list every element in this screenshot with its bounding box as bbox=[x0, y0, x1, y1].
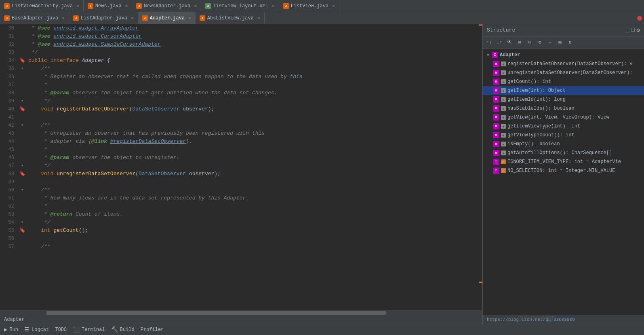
method-icon: m bbox=[493, 96, 499, 103]
sort-button[interactable]: ⇅ bbox=[566, 38, 575, 47]
tab-close-icon[interactable]: ✕ bbox=[188, 15, 191, 21]
tab-abs-list-view[interactable]: J AbsListView.java ✕ bbox=[196, 12, 265, 24]
line-content: */ bbox=[26, 97, 482, 105]
profiler-button[interactable]: Profiler bbox=[141, 327, 164, 333]
navigate-button[interactable]: → bbox=[545, 38, 554, 47]
code-line: 41 bbox=[0, 113, 482, 121]
structure-tree[interactable]: ▼ I Adapter m ◆ registerDataSetObserver(… bbox=[483, 49, 644, 315]
tab-listview-layout[interactable]: X listview_layout.xml ✕ bbox=[201, 0, 279, 12]
tab-close-icon[interactable]: ✕ bbox=[62, 15, 65, 21]
tree-item-hasstableids[interactable]: m ◆ hasStableIds(): boolean bbox=[483, 104, 644, 113]
tab-close-icon[interactable]: ✕ bbox=[194, 3, 197, 8]
line-number: 38 bbox=[0, 89, 18, 97]
sort-alpha-asc-button[interactable]: ↑↓ bbox=[485, 38, 494, 47]
tree-item-getitem[interactable]: m ◆ getItem(int): Object bbox=[483, 86, 644, 95]
bookmark-icon: 🔖 bbox=[19, 227, 25, 235]
toggle-visibility-button[interactable]: 👁 bbox=[505, 38, 514, 47]
tab-close-icon[interactable]: ✕ bbox=[131, 15, 134, 21]
minimize-icon[interactable]: _ bbox=[626, 27, 629, 34]
line-number: 37 bbox=[0, 81, 18, 89]
collapse-all-button[interactable]: ⊟ bbox=[525, 38, 534, 47]
method-icon: m bbox=[493, 123, 499, 129]
decorator-icon: ◆ bbox=[501, 70, 506, 75]
line-number: 50 bbox=[0, 186, 18, 194]
tab-adapter[interactable]: J Adapter.java ✕ bbox=[138, 12, 196, 24]
line-number: 31 bbox=[0, 32, 18, 40]
tab-close-icon[interactable]: ✕ bbox=[76, 3, 79, 8]
fold-icon[interactable]: ▾ bbox=[21, 186, 23, 194]
scroll-thumb[interactable] bbox=[46, 311, 386, 315]
interface-icon: I bbox=[492, 52, 498, 58]
tree-item-getautofill[interactable]: m ◆ getAutofillOptions(): CharSequence[] bbox=[483, 148, 644, 157]
file-label: Adapter bbox=[4, 317, 24, 322]
line-gutter: ▾ bbox=[18, 162, 26, 170]
expand-all-button[interactable]: ⊞ bbox=[515, 38, 524, 47]
line-content: * Register an observer that is called wh… bbox=[26, 73, 482, 81]
run-icon: ▶ bbox=[4, 326, 7, 333]
tree-item-getviewtypecount[interactable]: m ◆ getViewTypeCount(): int bbox=[483, 131, 644, 140]
todo-button[interactable]: TODO bbox=[55, 327, 67, 333]
tab-close-icon[interactable]: ✕ bbox=[332, 3, 335, 8]
group-button[interactable]: ▤ bbox=[556, 38, 564, 47]
line-content: /** bbox=[26, 243, 482, 251]
tab-label: Adapter.java bbox=[150, 15, 185, 21]
file-label-bar: Adapter bbox=[0, 315, 482, 324]
tab-label: News.java bbox=[95, 3, 122, 9]
logcat-button[interactable]: ☰ Logcat bbox=[24, 326, 49, 333]
decorator-icon: ◆ bbox=[501, 142, 506, 146]
decorator-icon: ◆ bbox=[501, 79, 506, 84]
fold-icon[interactable]: ▾ bbox=[21, 162, 23, 170]
fold-icon[interactable]: ▾ bbox=[21, 65, 23, 73]
line-number: 48 bbox=[0, 170, 18, 178]
code-content[interactable]: 30 * @see android.widget.ArrayAdapter 31… bbox=[0, 24, 482, 310]
bookmark-icon: 🔖 bbox=[19, 105, 25, 113]
maximize-icon[interactable]: □ bbox=[631, 27, 634, 34]
tree-item-getview[interactable]: m ◆ getView(int, View, ViewGroup): View bbox=[483, 113, 644, 122]
fold-icon[interactable]: ▾ bbox=[21, 97, 23, 105]
tree-label: registerDataSetObserver(DataSetObserver)… bbox=[507, 61, 633, 67]
line-content: public interface Adapter { bbox=[26, 57, 482, 65]
code-line: 54 ▾ */ bbox=[0, 218, 482, 227]
build-button[interactable]: 🔨 Build bbox=[111, 326, 135, 333]
java-icon: J bbox=[283, 3, 289, 9]
horizontal-scrollbar[interactable] bbox=[0, 310, 482, 315]
tree-item-ignore-item[interactable]: f F IGNORE_ITEM_VIEW_TYPE: int = Adapter… bbox=[483, 157, 644, 166]
tree-item-getitemid[interactable]: m ◆ getItemId(int): long bbox=[483, 95, 644, 104]
fold-icon[interactable]: ▾ bbox=[21, 218, 23, 227]
sort-alpha-desc-button[interactable]: ↓↑ bbox=[495, 38, 504, 47]
line-number: 51 bbox=[0, 194, 18, 202]
terminal-button[interactable]: ⬛ Terminal bbox=[73, 326, 105, 333]
structure-panel: Structure _ □ ⚙ ↑↓ ↓↑ 👁 ⊞ ⊟ ⚙ → ▤ ⇅ ▼ I … bbox=[482, 24, 644, 324]
run-button[interactable]: ▶ Run bbox=[4, 326, 18, 333]
tab-news-adapter[interactable]: J NewsAdapter.java ✕ bbox=[132, 0, 201, 12]
tab-listview-activity[interactable]: J ListViewActivity.java ✕ bbox=[0, 0, 84, 12]
tree-item-isempty[interactable]: m ◆ isEmpty(): boolean bbox=[483, 140, 644, 148]
tab-listview[interactable]: J ListView.java ✕ bbox=[279, 0, 339, 12]
line-content: * @see android.widget.CursorAdapter bbox=[26, 32, 482, 40]
fold-icon[interactable]: ▾ bbox=[21, 121, 23, 129]
logcat-icon: ☰ bbox=[24, 326, 29, 333]
tree-item-adapter-root[interactable]: ▼ I Adapter bbox=[483, 51, 644, 59]
tab-close-icon[interactable]: ✕ bbox=[272, 3, 275, 8]
line-content: * @see android.widget.SimpleCursorAdapte… bbox=[26, 40, 482, 49]
filter-button[interactable]: ⚙ bbox=[535, 38, 544, 47]
java-icon: J bbox=[73, 15, 79, 21]
tree-item-getcount[interactable]: m ◆ getCount(): int bbox=[483, 77, 644, 86]
line-gutter: ▾ bbox=[18, 218, 26, 227]
settings-icon[interactable]: ⚙ bbox=[637, 27, 640, 34]
method-icon: m bbox=[493, 87, 499, 94]
tab-close-icon[interactable]: ✕ bbox=[257, 15, 260, 21]
tree-item-getitemviewtype[interactable]: m ◆ getItemViewType(int): int bbox=[483, 122, 644, 131]
tab-base-adapter[interactable]: J BaseAdapter.java ✕ bbox=[0, 12, 69, 24]
tab-close-icon[interactable]: ✕ bbox=[125, 3, 128, 8]
method-icon: m bbox=[493, 132, 499, 138]
field-icon: f bbox=[493, 159, 499, 165]
tab-list-adapter[interactable]: J ListAdapter.java ✕ bbox=[69, 12, 138, 24]
tree-item-no-selection[interactable]: f F NO_SELECTION: int = Integer.MIN_VALU… bbox=[483, 166, 644, 175]
code-line: 44 * adapter via {@link #registerDataSet… bbox=[0, 138, 482, 146]
tab-news[interactable]: J News.java ✕ bbox=[84, 0, 132, 12]
line-content: * bbox=[26, 81, 482, 89]
line-number: 54 bbox=[0, 218, 18, 227]
tree-item-register[interactable]: m ◆ registerDataSetObserver(DataSetObser… bbox=[483, 59, 644, 68]
tree-item-unregister[interactable]: m ◆ unregisterDataSetObserver(DataSetObs… bbox=[483, 68, 644, 77]
